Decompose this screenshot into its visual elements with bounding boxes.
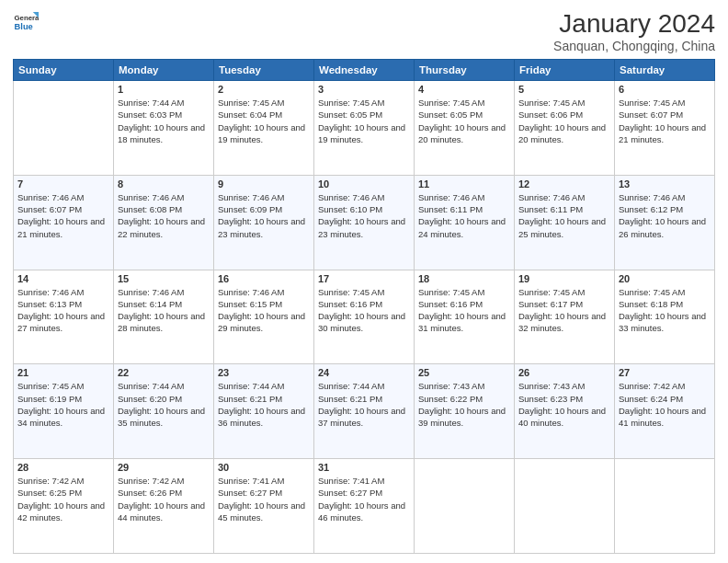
day-cell: 21Sunrise: 7:45 AMSunset: 6:19 PMDayligh… (14, 364, 114, 459)
day-info: Sunrise: 7:41 AMSunset: 6:27 PMDaylight:… (318, 475, 410, 523)
logo-icon: General Blue (13, 9, 39, 35)
day-cell: 29Sunrise: 7:42 AMSunset: 6:26 PMDayligh… (114, 459, 214, 554)
day-info: Sunrise: 7:45 AMSunset: 6:05 PMDaylight:… (318, 97, 410, 145)
column-header-sunday: Sunday (14, 60, 114, 81)
day-cell: 12Sunrise: 7:46 AMSunset: 6:11 PMDayligh… (515, 175, 615, 270)
day-info: Sunrise: 7:45 AMSunset: 6:05 PMDaylight:… (418, 97, 510, 145)
day-cell: 9Sunrise: 7:46 AMSunset: 6:09 PMDaylight… (214, 175, 314, 270)
column-header-monday: Monday (114, 60, 214, 81)
svg-text:Blue: Blue (15, 22, 33, 31)
day-info: Sunrise: 7:44 AMSunset: 6:03 PMDaylight:… (118, 97, 210, 145)
day-info: Sunrise: 7:46 AMSunset: 6:08 PMDaylight:… (118, 191, 210, 240)
day-cell: 14Sunrise: 7:46 AMSunset: 6:13 PMDayligh… (14, 270, 114, 364)
column-header-wednesday: Wednesday (314, 60, 415, 81)
day-number: 13 (619, 178, 711, 190)
day-number: 16 (218, 273, 310, 284)
day-info: Sunrise: 7:46 AMSunset: 6:11 PMDaylight:… (518, 191, 610, 240)
day-number: 28 (17, 462, 109, 473)
day-number: 15 (118, 273, 210, 284)
day-info: Sunrise: 7:45 AMSunset: 6:18 PMDaylight:… (619, 286, 711, 335)
day-cell: 3Sunrise: 7:45 AMSunset: 6:05 PMDaylight… (314, 81, 415, 176)
day-info: Sunrise: 7:45 AMSunset: 6:16 PMDaylight:… (318, 286, 410, 335)
day-number: 21 (17, 367, 109, 378)
main-title: January 2024 (553, 9, 715, 39)
day-info: Sunrise: 7:42 AMSunset: 6:26 PMDaylight:… (118, 475, 210, 523)
day-cell (14, 81, 114, 176)
day-info: Sunrise: 7:45 AMSunset: 6:07 PMDaylight:… (619, 97, 711, 145)
day-cell: 18Sunrise: 7:45 AMSunset: 6:16 PMDayligh… (415, 270, 515, 364)
day-cell: 7Sunrise: 7:46 AMSunset: 6:07 PMDaylight… (14, 175, 114, 270)
day-number: 20 (619, 273, 711, 284)
column-header-thursday: Thursday (415, 60, 515, 81)
day-cell: 27Sunrise: 7:42 AMSunset: 6:24 PMDayligh… (615, 364, 715, 459)
header: General Blue January 2024 Sanquan, Chong… (13, 9, 715, 53)
day-number: 3 (318, 84, 410, 95)
day-number: 24 (318, 367, 410, 378)
day-number: 9 (218, 178, 310, 190)
column-header-saturday: Saturday (615, 60, 715, 81)
column-header-friday: Friday (515, 60, 615, 81)
day-info: Sunrise: 7:46 AMSunset: 6:10 PMDaylight:… (318, 191, 410, 240)
day-cell: 19Sunrise: 7:45 AMSunset: 6:17 PMDayligh… (515, 270, 615, 364)
day-cell: 10Sunrise: 7:46 AMSunset: 6:10 PMDayligh… (314, 175, 415, 270)
day-info: Sunrise: 7:41 AMSunset: 6:27 PMDaylight:… (218, 475, 310, 523)
column-header-tuesday: Tuesday (214, 60, 314, 81)
week-row-3: 14Sunrise: 7:46 AMSunset: 6:13 PMDayligh… (14, 270, 715, 364)
day-info: Sunrise: 7:46 AMSunset: 6:14 PMDaylight:… (118, 286, 210, 335)
day-number: 22 (118, 367, 210, 378)
week-row-4: 21Sunrise: 7:45 AMSunset: 6:19 PMDayligh… (14, 364, 715, 459)
subtitle: Sanquan, Chongqing, China (553, 39, 715, 53)
day-number: 2 (218, 84, 310, 95)
day-number: 26 (518, 367, 610, 378)
day-cell: 24Sunrise: 7:44 AMSunset: 6:21 PMDayligh… (314, 364, 415, 459)
day-number: 6 (619, 84, 711, 95)
day-cell (515, 459, 615, 554)
day-number: 29 (118, 462, 210, 473)
day-cell: 22Sunrise: 7:44 AMSunset: 6:20 PMDayligh… (114, 364, 214, 459)
day-info: Sunrise: 7:44 AMSunset: 6:21 PMDaylight:… (218, 380, 310, 429)
day-info: Sunrise: 7:44 AMSunset: 6:20 PMDaylight:… (118, 380, 210, 429)
header-row: SundayMondayTuesdayWednesdayThursdayFrid… (14, 60, 715, 81)
calendar-page: General Blue January 2024 Sanquan, Chong… (0, 0, 728, 563)
day-number: 19 (518, 273, 610, 284)
day-info: Sunrise: 7:46 AMSunset: 6:07 PMDaylight:… (17, 191, 109, 240)
day-number: 10 (318, 178, 410, 190)
day-number: 30 (218, 462, 310, 473)
day-number: 25 (418, 367, 510, 378)
day-cell: 28Sunrise: 7:42 AMSunset: 6:25 PMDayligh… (14, 459, 114, 554)
title-area: January 2024 Sanquan, Chongqing, China (553, 9, 715, 53)
day-number: 11 (418, 178, 510, 190)
day-cell: 31Sunrise: 7:41 AMSunset: 6:27 PMDayligh… (314, 459, 415, 554)
calendar-table: SundayMondayTuesdayWednesdayThursdayFrid… (13, 59, 715, 554)
day-number: 31 (318, 462, 410, 473)
day-cell: 23Sunrise: 7:44 AMSunset: 6:21 PMDayligh… (214, 364, 314, 459)
week-row-2: 7Sunrise: 7:46 AMSunset: 6:07 PMDaylight… (14, 175, 715, 270)
week-row-1: 1Sunrise: 7:44 AMSunset: 6:03 PMDaylight… (14, 81, 715, 176)
day-info: Sunrise: 7:46 AMSunset: 6:09 PMDaylight:… (218, 191, 310, 240)
day-cell: 16Sunrise: 7:46 AMSunset: 6:15 PMDayligh… (214, 270, 314, 364)
day-cell: 13Sunrise: 7:46 AMSunset: 6:12 PMDayligh… (615, 175, 715, 270)
day-info: Sunrise: 7:46 AMSunset: 6:13 PMDaylight:… (17, 286, 109, 335)
day-cell: 2Sunrise: 7:45 AMSunset: 6:04 PMDaylight… (214, 81, 314, 176)
day-cell: 30Sunrise: 7:41 AMSunset: 6:27 PMDayligh… (214, 459, 314, 554)
day-cell: 20Sunrise: 7:45 AMSunset: 6:18 PMDayligh… (615, 270, 715, 364)
day-number: 17 (318, 273, 410, 284)
day-info: Sunrise: 7:46 AMSunset: 6:15 PMDaylight:… (218, 286, 310, 335)
day-number: 1 (118, 84, 210, 95)
day-info: Sunrise: 7:45 AMSunset: 6:06 PMDaylight:… (518, 97, 610, 145)
day-cell: 26Sunrise: 7:43 AMSunset: 6:23 PMDayligh… (515, 364, 615, 459)
day-info: Sunrise: 7:46 AMSunset: 6:11 PMDaylight:… (418, 191, 510, 240)
day-cell: 1Sunrise: 7:44 AMSunset: 6:03 PMDaylight… (114, 81, 214, 176)
day-number: 8 (118, 178, 210, 190)
day-info: Sunrise: 7:43 AMSunset: 6:22 PMDaylight:… (418, 380, 510, 429)
logo: General Blue (13, 9, 39, 35)
week-row-5: 28Sunrise: 7:42 AMSunset: 6:25 PMDayligh… (14, 459, 715, 554)
day-cell (615, 459, 715, 554)
day-cell: 25Sunrise: 7:43 AMSunset: 6:22 PMDayligh… (415, 364, 515, 459)
day-cell: 15Sunrise: 7:46 AMSunset: 6:14 PMDayligh… (114, 270, 214, 364)
day-info: Sunrise: 7:45 AMSunset: 6:04 PMDaylight:… (218, 97, 310, 145)
day-info: Sunrise: 7:46 AMSunset: 6:12 PMDaylight:… (619, 191, 711, 240)
day-info: Sunrise: 7:45 AMSunset: 6:17 PMDaylight:… (518, 286, 610, 335)
day-info: Sunrise: 7:44 AMSunset: 6:21 PMDaylight:… (318, 380, 410, 429)
day-number: 5 (518, 84, 610, 95)
